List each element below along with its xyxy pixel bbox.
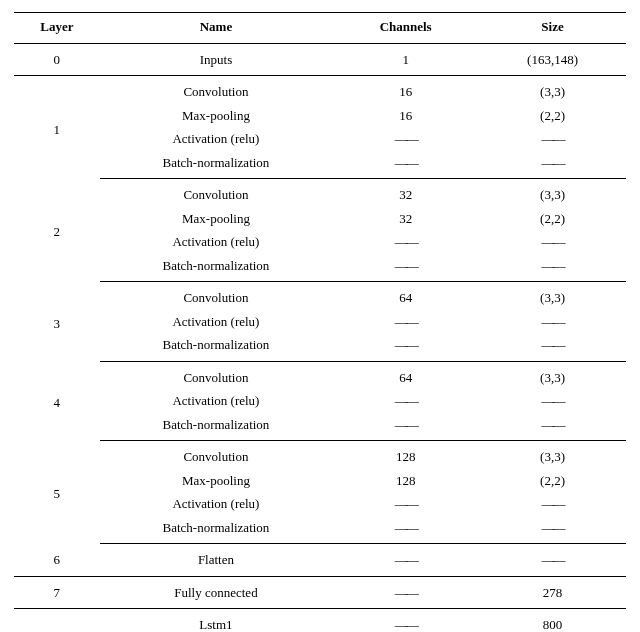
table-row: Batch-normalization————	[14, 254, 626, 282]
cell-channels: ——	[332, 333, 479, 361]
table-row: Max-pooling32(2,2)	[14, 207, 626, 231]
table-row: 3Convolution64(3,3)	[14, 282, 626, 310]
header-name: Name	[100, 13, 333, 44]
cell-layer: 6	[14, 544, 100, 577]
cell-name: Batch-normalization	[100, 516, 333, 544]
cell-size: (3,3)	[479, 441, 626, 469]
cell-size: ——	[479, 492, 626, 516]
cell-size: ——	[479, 230, 626, 254]
table-row: 8Lstm1——800	[14, 609, 626, 633]
cell-size: (163,148)	[479, 43, 626, 76]
cell-name: Batch-normalization	[100, 413, 333, 441]
cell-size: (3,3)	[479, 179, 626, 207]
table-row: Batch-normalization————	[14, 333, 626, 361]
cell-channels: ——	[332, 151, 479, 179]
cell-size: (2,2)	[479, 104, 626, 128]
cell-channels: 16	[332, 76, 479, 104]
cell-size: ——	[479, 413, 626, 441]
table-row: Batch-normalization————	[14, 413, 626, 441]
header-layer: Layer	[14, 13, 100, 44]
cell-size: (3,3)	[479, 361, 626, 389]
table-row: Max-pooling128(2,2)	[14, 469, 626, 493]
table-row: 1Convolution16(3,3)	[14, 76, 626, 104]
cell-channels: 1	[332, 43, 479, 76]
table-row: 5Convolution128(3,3)	[14, 441, 626, 469]
architecture-table: Layer Name Channels Size 0Inputs1(163,14…	[14, 12, 626, 632]
table-row: Max-pooling16(2,2)	[14, 104, 626, 128]
cell-name: Fully connected	[100, 576, 333, 609]
cell-channels: 128	[332, 469, 479, 493]
header-channels: Channels	[332, 13, 479, 44]
cell-layer: 5	[14, 441, 100, 544]
cell-channels: ——	[332, 230, 479, 254]
cell-layer: 8	[14, 609, 100, 633]
cell-name: Convolution	[100, 282, 333, 310]
table-row: Activation (relu)————	[14, 389, 626, 413]
table-row: Batch-normalization————	[14, 516, 626, 544]
cell-channels: ——	[332, 609, 479, 633]
table-row: Activation (relu)————	[14, 127, 626, 151]
cell-size: ——	[479, 516, 626, 544]
table-row: 6Flatten————	[14, 544, 626, 577]
cell-name: Activation (relu)	[100, 230, 333, 254]
cell-layer: 7	[14, 576, 100, 609]
table-row: 0Inputs1(163,148)	[14, 43, 626, 76]
header-size: Size	[479, 13, 626, 44]
cell-channels: ——	[332, 544, 479, 577]
cell-size: ——	[479, 151, 626, 179]
table-row: Activation (relu)————	[14, 230, 626, 254]
table-row: Activation (relu)————	[14, 492, 626, 516]
table-row: 2Convolution32(3,3)	[14, 179, 626, 207]
cell-layer: 2	[14, 179, 100, 282]
cell-size: (2,2)	[479, 469, 626, 493]
cell-name: Lstm1	[100, 609, 333, 633]
cell-channels: ——	[332, 254, 479, 282]
cell-layer: 1	[14, 76, 100, 179]
cell-channels: ——	[332, 516, 479, 544]
cell-name: Max-pooling	[100, 469, 333, 493]
cell-size: 800	[479, 609, 626, 633]
cell-channels: ——	[332, 413, 479, 441]
cell-name: Convolution	[100, 361, 333, 389]
cell-layer: 3	[14, 282, 100, 362]
cell-name: Batch-normalization	[100, 333, 333, 361]
cell-size: ——	[479, 389, 626, 413]
cell-channels: ——	[332, 492, 479, 516]
table-row: Batch-normalization————	[14, 151, 626, 179]
cell-size: ——	[479, 310, 626, 334]
cell-name: Inputs	[100, 43, 333, 76]
cell-channels: 64	[332, 282, 479, 310]
cell-layer: 0	[14, 43, 100, 76]
table-header-row: Layer Name Channels Size	[14, 13, 626, 44]
cell-name: Max-pooling	[100, 207, 333, 231]
cell-channels: 32	[332, 207, 479, 231]
cell-name: Max-pooling	[100, 104, 333, 128]
cell-name: Activation (relu)	[100, 127, 333, 151]
cell-name: Convolution	[100, 76, 333, 104]
table-row: 7Fully connected——278	[14, 576, 626, 609]
cell-size: 278	[479, 576, 626, 609]
cell-size: ——	[479, 333, 626, 361]
cell-size: (2,2)	[479, 207, 626, 231]
cell-size: ——	[479, 544, 626, 577]
cell-size: (3,3)	[479, 282, 626, 310]
cell-channels: ——	[332, 310, 479, 334]
cell-size: ——	[479, 127, 626, 151]
cell-name: Activation (relu)	[100, 389, 333, 413]
table-row: Activation (relu)————	[14, 310, 626, 334]
cell-channels: 64	[332, 361, 479, 389]
cell-channels: 32	[332, 179, 479, 207]
cell-layer: 4	[14, 361, 100, 441]
cell-size: ——	[479, 254, 626, 282]
cell-channels: ——	[332, 576, 479, 609]
cell-channels: 16	[332, 104, 479, 128]
cell-name: Activation (relu)	[100, 310, 333, 334]
cell-size: (3,3)	[479, 76, 626, 104]
cell-channels: ——	[332, 127, 479, 151]
cell-name: Convolution	[100, 179, 333, 207]
cell-channels: 128	[332, 441, 479, 469]
cell-name: Batch-normalization	[100, 254, 333, 282]
cell-name: Flatten	[100, 544, 333, 577]
cell-name: Convolution	[100, 441, 333, 469]
cell-name: Activation (relu)	[100, 492, 333, 516]
